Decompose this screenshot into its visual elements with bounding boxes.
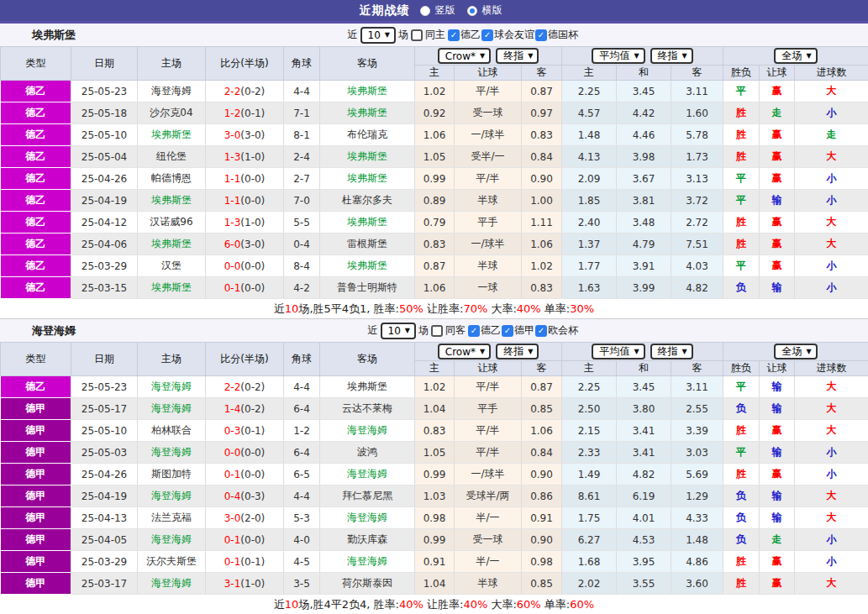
score-cell[interactable]: 0-1(0-0) [206, 529, 284, 551]
home-team[interactable]: 斯图加特 [138, 464, 206, 485]
score-cell[interactable]: 3-0(2-0) [206, 507, 284, 529]
near-label: 近 [348, 28, 358, 42]
final-odds-select[interactable]: 终指▼ [496, 344, 539, 359]
score-cell[interactable]: 3-1(1-0) [206, 573, 284, 595]
home-team[interactable]: 埃弗斯堡 [138, 277, 206, 299]
league-checkbox[interactable]: ✓ [535, 325, 547, 337]
home-team[interactable]: 海登海姆 [138, 398, 206, 420]
average-odds-select[interactable]: 平均值▼ [592, 48, 644, 64]
result-handicap: 输 [760, 277, 795, 299]
result-handicap: 赢 [760, 255, 795, 277]
home-team[interactable]: 纽伦堡 [138, 146, 206, 168]
score-cell[interactable]: 0-3(0-1) [206, 420, 284, 442]
home-team[interactable]: 海登海姆 [138, 573, 206, 595]
match-count-select[interactable]: 10▼ [381, 323, 416, 339]
home-team[interactable]: 海登海姆 [138, 81, 206, 102]
away-team[interactable]: 埃弗斯堡 [320, 146, 415, 168]
match-row: 德甲25-04-05海登海姆0-1(0-0)4-0勤沃库森0.99受一球0.90… [1, 529, 868, 551]
home-team[interactable]: 海登海姆 [138, 442, 206, 464]
final-euro-select[interactable]: 终指▼ [650, 344, 693, 359]
home-team[interactable]: 海登海姆 [138, 529, 206, 551]
score-cell[interactable]: 1-1(0-0) [206, 190, 284, 212]
home-team[interactable]: 法兰克福 [138, 507, 206, 529]
fulltime-select[interactable]: 全场▼ [774, 48, 817, 64]
away-team[interactable]: 波鸿 [320, 442, 415, 464]
away-team[interactable]: 海登海姆 [320, 420, 415, 442]
league-checkbox[interactable]: ✓ [448, 29, 460, 41]
score-cell[interactable]: 0-1(0-1) [206, 551, 284, 573]
away-team[interactable]: 埃弗斯堡 [320, 212, 415, 234]
league-checkbox[interactable]: ✓ [481, 29, 493, 41]
away-team[interactable]: 埃弗斯堡 [320, 102, 415, 124]
home-team[interactable]: 柏林联合 [138, 420, 206, 442]
home-team[interactable]: 埃弗斯堡 [138, 190, 206, 212]
league-checkbox[interactable]: ✓ [502, 325, 513, 337]
away-team[interactable]: 埃弗斯堡 [320, 81, 415, 102]
away-team[interactable]: 拜仁慕尼黑 [320, 485, 415, 507]
away-team[interactable]: 雷根斯堡 [320, 234, 415, 255]
home-team[interactable]: 海登海姆 [138, 376, 206, 398]
final-odds-select[interactable]: 终指▼ [496, 48, 539, 64]
home-team[interactable]: 汉堡 [138, 255, 206, 277]
score-cell[interactable]: 1-4(0-2) [206, 398, 284, 420]
home-team[interactable]: 帕德博恩 [138, 168, 206, 190]
fulltime-select[interactable]: 全场▼ [774, 344, 817, 359]
score-cell[interactable]: 2-2(0-2) [206, 81, 284, 102]
score-cell[interactable]: 0-4(0-3) [206, 485, 284, 507]
home-team[interactable]: 埃弗斯堡 [138, 124, 206, 146]
score-cell[interactable]: 1-1(0-0) [206, 168, 284, 190]
league-checkbox[interactable]: ✓ [468, 325, 480, 337]
final-euro-select[interactable]: 终指▼ [650, 48, 693, 64]
home-team[interactable]: 沃尔夫斯堡 [138, 551, 206, 573]
home-team[interactable]: 沙尔克04 [138, 102, 206, 124]
away-team[interactable]: 海登海姆 [320, 464, 415, 485]
asian-handicap: 平/半 [455, 442, 522, 464]
vertical-layout-radio[interactable] [420, 6, 430, 16]
bookmaker-select[interactable]: Crow*▼ [438, 344, 491, 359]
away-team[interactable]: 杜塞尔多夫 [320, 190, 415, 212]
summary-bar: 近10场,胜4平2负4, 胜率:40% 让胜率:40% 大率:60% 单率:60… [0, 595, 868, 614]
home-team[interactable]: 埃弗斯堡 [138, 234, 206, 255]
sub-header-asian-away: 客 [522, 66, 562, 81]
away-team[interactable]: 埃弗斯堡 [320, 168, 415, 190]
same-venue-checkbox[interactable] [431, 325, 443, 337]
asian-odds-away: 0.84 [522, 146, 562, 168]
average-odds-select[interactable]: 平均值▼ [592, 344, 644, 359]
league-badge: 德甲 [1, 551, 71, 573]
away-team[interactable]: 荷尔斯泰因 [320, 573, 415, 595]
away-team[interactable]: 埃弗斯堡 [320, 376, 415, 398]
away-team[interactable]: 勤沃库森 [320, 529, 415, 551]
result-outcome: 平 [723, 190, 760, 212]
away-team[interactable]: 海登海姆 [320, 507, 415, 529]
score-cell[interactable]: 6-0(3-0) [206, 234, 284, 255]
euro-odds-draw: 4.53 [617, 529, 671, 551]
home-team[interactable]: 汉诺威96 [138, 212, 206, 234]
score-cell[interactable]: 2-2(0-2) [206, 376, 284, 398]
away-team[interactable]: 布伦瑞克 [320, 124, 415, 146]
bookmaker-select[interactable]: Crow*▼ [438, 48, 491, 64]
away-team[interactable]: 普鲁士明斯特 [320, 277, 415, 299]
score-cell[interactable]: 1-3(1-0) [206, 212, 284, 234]
away-team[interactable]: 埃弗斯堡 [320, 255, 415, 277]
asian-handicap: 半球 [455, 573, 522, 595]
score-cell[interactable]: 1-3(1-0) [206, 146, 284, 168]
section-elversberg: 埃弗斯堡 近 10▼ 场 同主 ✓德乙✓球会友谊✓德国杯 类型 日期 主场 比分… [0, 24, 868, 319]
home-team[interactable]: 海登海姆 [138, 485, 206, 507]
horizontal-layout-radio[interactable] [467, 6, 477, 16]
away-team[interactable]: 云达不莱梅 [320, 398, 415, 420]
match-count-select[interactable]: 10▼ [360, 27, 396, 44]
score-cell[interactable]: 1-2(0-1) [206, 102, 284, 124]
date-cell: 25-05-17 [71, 398, 138, 420]
result-goals: 小 [795, 190, 868, 212]
euro-odds-away: 3.03 [671, 442, 723, 464]
score-cell[interactable]: 0-0(0-0) [206, 442, 284, 464]
league-checkbox[interactable]: ✓ [535, 29, 547, 41]
score-cell[interactable]: 0-1(0-0) [206, 464, 284, 485]
score-cell[interactable]: 0-0(0-0) [206, 255, 284, 277]
score-cell[interactable]: 3-0(3-0) [206, 124, 284, 146]
same-venue-checkbox[interactable] [411, 29, 423, 41]
asian-odds-home: 1.06 [415, 277, 455, 299]
score-cell[interactable]: 0-1(0-0) [206, 277, 284, 299]
asian-odds-away: 0.87 [522, 81, 562, 102]
away-team[interactable]: 海登海姆 [320, 551, 415, 573]
